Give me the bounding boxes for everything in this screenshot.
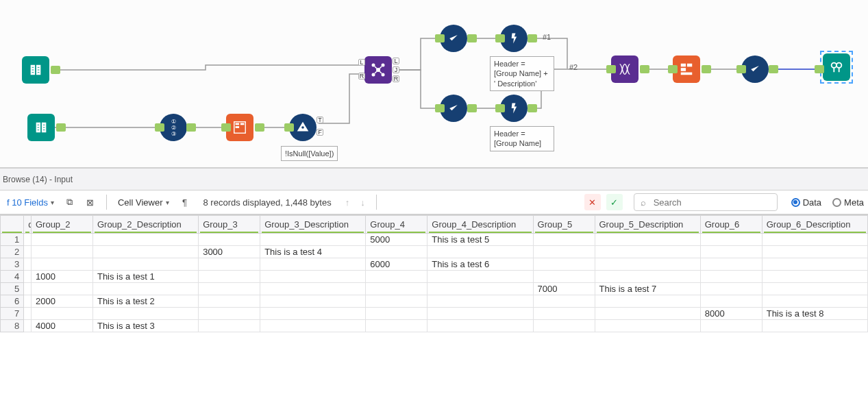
- output-anchor[interactable]: [528, 104, 537, 112]
- remove-button[interactable]: ⊠: [83, 196, 98, 208]
- table-row[interactable]: 62000This is a test 2: [1, 295, 868, 308]
- join-join-output[interactable]: J: [393, 66, 399, 73]
- input-anchor[interactable]: [435, 34, 445, 42]
- cell[interactable]: This is a test 1: [92, 271, 198, 283]
- cell[interactable]: 4000: [31, 320, 92, 332]
- cell[interactable]: [427, 295, 533, 308]
- cell[interactable]: [762, 320, 867, 332]
- meta-view-radio[interactable]: Meta: [832, 197, 864, 208]
- cell[interactable]: [260, 320, 366, 332]
- filter-false-anchor[interactable]: F: [317, 129, 323, 136]
- cell[interactable]: [700, 258, 762, 271]
- output-anchor[interactable]: [702, 65, 711, 73]
- input-anchor[interactable]: [495, 34, 505, 42]
- table-row[interactable]: 15000This is a test 5: [1, 234, 868, 246]
- cell[interactable]: [533, 258, 595, 271]
- apply-button[interactable]: ✓: [606, 194, 623, 210]
- column-header[interactable]: Group_2_Description: [92, 216, 198, 234]
- input-tool-2[interactable]: [27, 114, 55, 141]
- cell[interactable]: [533, 271, 595, 283]
- cell[interactable]: [533, 320, 595, 332]
- workflow-canvas[interactable]: ①②③ T F !IsNull([Value]) L R L J R: [0, 0, 868, 169]
- column-header[interactable]: Group_3_Description: [260, 216, 366, 234]
- cell[interactable]: 7000: [533, 283, 595, 295]
- column-header[interactable]: Group_5_Description: [595, 216, 700, 234]
- column-header[interactable]: Group_4: [366, 216, 427, 234]
- browse-tool-selected[interactable]: [820, 51, 853, 84]
- cell[interactable]: [700, 283, 762, 295]
- cell[interactable]: [31, 258, 92, 271]
- cell[interactable]: [199, 234, 260, 246]
- rownum-header[interactable]: [1, 216, 24, 234]
- cell[interactable]: [92, 258, 198, 271]
- cell[interactable]: This is a test 4: [260, 246, 366, 258]
- cell[interactable]: [260, 295, 366, 308]
- join-right-input[interactable]: R: [358, 73, 365, 79]
- column-header[interactable]: Group_2: [31, 216, 92, 234]
- input-anchor[interactable]: [668, 65, 678, 73]
- row-number[interactable]: 8: [1, 320, 24, 332]
- cell[interactable]: [533, 295, 595, 308]
- cell[interactable]: [595, 271, 700, 283]
- cell[interactable]: [24, 246, 32, 258]
- input-anchor[interactable]: [606, 65, 616, 73]
- cell[interactable]: [762, 295, 867, 308]
- cell[interactable]: [366, 320, 427, 332]
- output-anchor[interactable]: [467, 104, 477, 112]
- cell[interactable]: [427, 271, 533, 283]
- cell[interactable]: [366, 308, 427, 320]
- output-anchor[interactable]: [186, 123, 196, 132]
- join-right-output[interactable]: R: [393, 75, 399, 82]
- cell[interactable]: 2000: [31, 295, 92, 308]
- filter-true-anchor[interactable]: T: [317, 116, 323, 123]
- cell[interactable]: [199, 283, 260, 295]
- table-row[interactable]: 36000This is a test 6: [1, 258, 868, 271]
- row-number[interactable]: 2: [1, 246, 24, 258]
- cell[interactable]: [700, 234, 762, 246]
- join-left-output[interactable]: L: [393, 58, 399, 64]
- cell[interactable]: [366, 271, 427, 283]
- output-anchor[interactable]: [769, 65, 778, 73]
- input-anchor[interactable]: [284, 123, 294, 132]
- cell[interactable]: [533, 308, 595, 320]
- cell[interactable]: 3000: [199, 246, 260, 258]
- move-down-button[interactable]: ↓: [358, 196, 368, 209]
- cell[interactable]: [533, 246, 595, 258]
- cell[interactable]: [92, 283, 198, 295]
- output-anchor[interactable]: [255, 123, 264, 132]
- cell[interactable]: [595, 295, 700, 308]
- input-tool-1[interactable]: [22, 56, 49, 84]
- cell[interactable]: 5000: [366, 234, 427, 246]
- cell[interactable]: [24, 295, 32, 308]
- cell[interactable]: [762, 246, 867, 258]
- cell[interactable]: This is a test 8: [762, 308, 867, 320]
- input-anchor[interactable]: [221, 123, 231, 132]
- row-number[interactable]: 5: [1, 283, 24, 295]
- cell[interactable]: [595, 234, 700, 246]
- row-number[interactable]: 4: [1, 271, 24, 283]
- cell[interactable]: 6000: [366, 258, 427, 271]
- cell[interactable]: [199, 320, 260, 332]
- cell[interactable]: [427, 320, 533, 332]
- cell[interactable]: [762, 258, 867, 271]
- row-number[interactable]: 6: [1, 295, 24, 308]
- cell[interactable]: [260, 271, 366, 283]
- table-row[interactable]: 41000This is a test 1: [1, 271, 868, 283]
- cell[interactable]: [199, 308, 260, 320]
- cell[interactable]: [92, 308, 198, 320]
- cell[interactable]: [366, 295, 427, 308]
- cell[interactable]: [762, 271, 867, 283]
- cell[interactable]: [24, 271, 32, 283]
- cancel-button[interactable]: ✕: [584, 194, 601, 210]
- output-anchor[interactable]: [640, 65, 649, 73]
- output-anchor[interactable]: [467, 34, 477, 42]
- table-row[interactable]: 23000This is a test 4: [1, 246, 868, 258]
- cell[interactable]: [31, 308, 92, 320]
- cell[interactable]: [366, 283, 427, 295]
- cell[interactable]: [24, 320, 32, 332]
- cell[interactable]: [260, 308, 366, 320]
- cell[interactable]: [24, 308, 32, 320]
- copy-button[interactable]: ⧉: [62, 196, 77, 208]
- search-box[interactable]: ⌕: [634, 193, 778, 211]
- cell[interactable]: [595, 308, 700, 320]
